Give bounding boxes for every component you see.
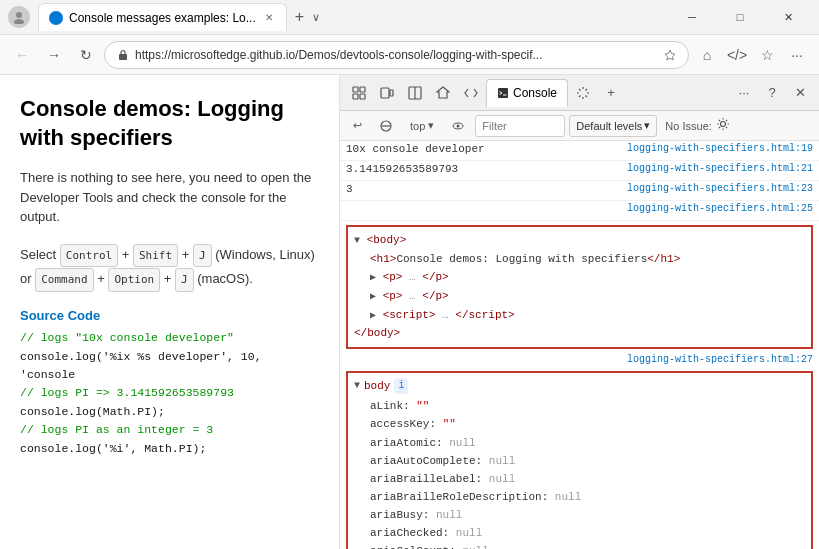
console-row-content: 3.141592653589793	[346, 163, 627, 175]
new-tab-button[interactable]: +	[289, 6, 310, 28]
obj-header: ▼ body i	[354, 377, 805, 395]
close-button[interactable]: ✕	[765, 0, 811, 35]
html-body-close: </body>	[354, 324, 805, 343]
tab-bar: Console messages examples: Lo... ✕ + ∨	[38, 3, 661, 31]
code-line-1: // logs "10x console developer"	[20, 329, 319, 347]
svg-marker-3	[665, 50, 675, 60]
expand-p1-arrow[interactable]: ▶	[370, 272, 376, 283]
obj-ariabrailleroledescription: ariaBrailleRoleDescription: null	[354, 488, 805, 506]
svg-rect-12	[498, 88, 508, 98]
left-panel: Console demos: Logging with specifiers T…	[0, 75, 340, 549]
console-icon	[497, 87, 509, 99]
console-row: 3 logging-with-specifiers.html:23	[340, 181, 819, 201]
active-tab[interactable]: Console messages examples: Lo... ✕	[38, 3, 287, 31]
home-icon	[436, 86, 450, 100]
obj-ariaatomic: ariaAtomic: null	[354, 434, 805, 452]
gear-icon	[716, 117, 730, 131]
panel-icon	[408, 86, 422, 100]
inspect-element-button[interactable]	[346, 80, 372, 106]
clear-console-button[interactable]	[373, 115, 399, 137]
nav-actions: ⌂ </> ☆ ···	[693, 41, 811, 69]
url-text: https://microsoftedge.github.io/Demos/de…	[135, 48, 658, 62]
filter-input[interactable]	[475, 115, 565, 137]
keyboard-hint: Select Control + Shift + J (Windows, Lin…	[20, 243, 319, 293]
window-controls: ─ □ ✕	[669, 0, 811, 35]
obj-alink: aLink: ""	[354, 397, 805, 415]
expand-body-arrow[interactable]: ▼	[354, 235, 360, 246]
console-row-link[interactable]: logging-with-specifiers.html:23	[627, 183, 813, 194]
sparkle-icon	[576, 86, 590, 100]
performance-insights-button[interactable]	[570, 80, 596, 106]
svg-point-18	[720, 122, 725, 127]
obj-ariaautocomplete: ariaAutoComplete: null	[354, 452, 805, 470]
expand-obj-arrow[interactable]: ▼	[354, 378, 360, 395]
eye-icon	[452, 120, 464, 132]
obj-ariabusy: ariaBusy: null	[354, 506, 805, 524]
console-row-link[interactable]: logging-with-specifiers.html:25	[627, 203, 813, 214]
tab-close-button[interactable]: ✕	[262, 11, 276, 25]
refresh-button[interactable]: ↻	[72, 41, 100, 69]
obj-badge: i	[394, 378, 408, 395]
navbar: ← → ↻ https://microsoftedge.github.io/De…	[0, 35, 819, 75]
j-key: J	[193, 244, 212, 268]
expand-p2-arrow[interactable]: ▶	[370, 291, 376, 302]
favorites-icon[interactable]	[664, 49, 676, 61]
back-console-button[interactable]: ↩	[346, 115, 369, 137]
svg-point-1	[14, 19, 24, 24]
titlebar: Console messages examples: Lo... ✕ + ∨ ─…	[0, 0, 819, 35]
add-tool-button[interactable]: +	[598, 80, 624, 106]
dropdown-arrow: ▾	[428, 119, 434, 132]
code-line-3: // logs PI => 3.141592653589793	[20, 384, 319, 402]
forward-button[interactable]: →	[40, 41, 68, 69]
code-button[interactable]: </>	[723, 41, 751, 69]
more-tools-button[interactable]: ···	[731, 80, 757, 106]
top-context-button[interactable]: top ▾	[403, 115, 441, 137]
option-key: Option	[108, 268, 160, 292]
tab-title: Console messages examples: Lo...	[69, 11, 256, 25]
console-row-link[interactable]: logging-with-specifiers.html:21	[627, 163, 813, 174]
obj-ariachecked: ariaChecked: null	[354, 524, 805, 542]
elements-button[interactable]	[430, 80, 456, 106]
toggle-panel-button[interactable]	[402, 80, 428, 106]
sources-button[interactable]	[458, 80, 484, 106]
levels-dropdown-arrow: ▾	[644, 119, 650, 132]
favorites-button[interactable]: ☆	[753, 41, 781, 69]
default-levels-button[interactable]: Default levels ▾	[569, 115, 657, 137]
code-line-4: console.log(Math.PI);	[20, 403, 319, 421]
console-row: logging-with-specifiers.html:25	[340, 201, 819, 221]
device-emulation-button[interactable]	[374, 80, 400, 106]
maximize-button[interactable]: □	[717, 0, 763, 35]
console-tab[interactable]: Console	[486, 79, 568, 107]
console-row: 10x console developer logging-with-speci…	[340, 141, 819, 161]
shift-key: Shift	[133, 244, 178, 268]
console-row-content: 3	[346, 183, 627, 195]
back-button[interactable]: ←	[8, 41, 36, 69]
html-p1-row: ▶ <p> … </p>	[354, 268, 805, 287]
html-script-row: ▶ <script> … </script>	[354, 306, 805, 325]
lock-icon	[117, 49, 129, 61]
more-button[interactable]: ···	[783, 41, 811, 69]
code-block: // logs "10x console developer" console.…	[20, 329, 319, 458]
minimize-button[interactable]: ─	[669, 0, 715, 35]
close-devtools-button[interactable]: ✕	[787, 80, 813, 106]
console-tab-label: Console	[513, 86, 557, 100]
code-line-6: console.log('%i', Math.PI);	[20, 440, 319, 458]
eye-button[interactable]	[445, 115, 471, 137]
j2-key: J	[175, 268, 194, 292]
address-bar[interactable]: https://microsoftedge.github.io/Demos/de…	[104, 41, 689, 69]
expand-script-arrow[interactable]: ▶	[370, 310, 376, 321]
console-content: 10x console developer logging-with-speci…	[340, 141, 819, 549]
page-title: Console demos: Logging with specifiers	[20, 95, 319, 152]
profile-avatar[interactable]	[8, 6, 30, 28]
svg-rect-5	[360, 87, 365, 92]
help-button[interactable]: ?	[759, 80, 785, 106]
hint-prefix: Select	[20, 247, 56, 262]
html-panel-footer[interactable]: logging-with-specifiers.html:27	[340, 353, 819, 367]
top-label: top	[410, 120, 425, 132]
console-row-link[interactable]: logging-with-specifiers.html:19	[627, 143, 813, 154]
console-settings-icon[interactable]	[716, 117, 730, 134]
tab-chevron[interactable]: ∨	[312, 11, 320, 24]
code-line-5: // logs PI as an integer = 3	[20, 421, 319, 439]
home-button[interactable]: ⌂	[693, 41, 721, 69]
svg-rect-6	[353, 94, 358, 99]
